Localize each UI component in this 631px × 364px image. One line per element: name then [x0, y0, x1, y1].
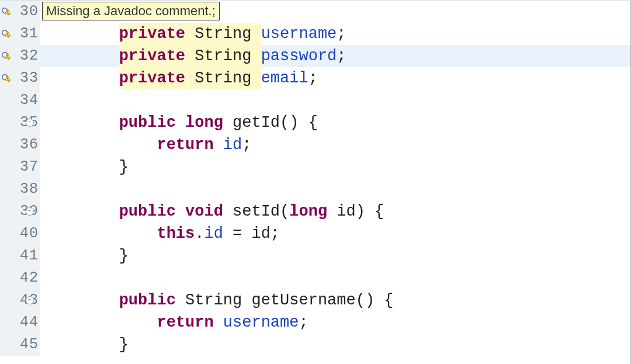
- gutter[interactable]: 37: [0, 156, 40, 178]
- gutter[interactable]: 33: [0, 67, 40, 89]
- indent: [43, 45, 119, 67]
- token: String: [185, 70, 261, 87]
- gutter[interactable]: 30: [0, 1, 40, 23]
- svg-rect-11: [8, 57, 8, 58]
- gutter[interactable]: 44: [0, 311, 40, 334]
- gutter[interactable]: −43: [0, 289, 40, 311]
- fold-toggle-icon[interactable]: −: [26, 119, 34, 127]
- indent: [43, 289, 119, 311]
- indent: [43, 112, 119, 134]
- code-editor[interactable]: Missing a Javadoc comment.; 30 private l…: [0, 0, 631, 364]
- code-line[interactable]: 31 private String username;: [0, 23, 630, 45]
- indent: [43, 223, 157, 245]
- warning-marker-icon[interactable]: [1, 74, 11, 83]
- token: id) {: [327, 200, 384, 223]
- token: .: [195, 223, 204, 245]
- code-line[interactable]: 32 private String password;: [0, 45, 630, 67]
- code-content[interactable]: }: [40, 334, 630, 356]
- indent: [43, 334, 119, 356]
- code-content[interactable]: private String username;: [40, 23, 630, 45]
- line-number: 41: [20, 245, 39, 267]
- token: ;: [299, 311, 308, 334]
- gutter[interactable]: 36: [0, 134, 40, 156]
- gutter[interactable]: 38: [0, 178, 40, 200]
- code-content[interactable]: public long getId() {: [40, 112, 630, 134]
- code-content[interactable]: }: [40, 245, 630, 267]
- code-line[interactable]: −43 public String getUsername() {: [0, 289, 630, 311]
- gutter[interactable]: 45: [0, 334, 40, 356]
- code-line[interactable]: 44 return username;: [0, 311, 630, 334]
- token: long: [185, 112, 223, 134]
- code-content[interactable]: [40, 178, 630, 200]
- tooltip-trailing-text: ;: [212, 4, 216, 18]
- token: ;: [337, 23, 346, 45]
- code-line[interactable]: 33 private String email;: [0, 67, 630, 89]
- code-line[interactable]: −39 public void setId(long id) {: [0, 200, 630, 223]
- code-content[interactable]: this.id = id;: [40, 223, 630, 245]
- gutter[interactable]: −39: [0, 200, 40, 223]
- token: this: [157, 223, 195, 245]
- code-line[interactable]: 38: [0, 178, 630, 200]
- gutter[interactable]: 42: [0, 267, 40, 289]
- gutter[interactable]: 34: [0, 89, 40, 112]
- line-number: 34: [20, 89, 39, 112]
- code-content[interactable]: [40, 267, 630, 289]
- token: private: [119, 70, 185, 87]
- token: id: [204, 223, 223, 245]
- token: long: [289, 200, 327, 223]
- gutter[interactable]: 32: [0, 45, 40, 67]
- code-content[interactable]: public void setId(long id) {: [40, 200, 630, 223]
- gutter[interactable]: −35: [0, 112, 40, 134]
- code-line[interactable]: 36 return id;: [0, 134, 630, 156]
- svg-rect-14: [8, 77, 8, 79]
- code-line[interactable]: 45 }: [0, 334, 630, 356]
- svg-rect-15: [8, 79, 8, 80]
- token: ;: [242, 134, 251, 156]
- token: private String: [119, 23, 261, 45]
- code-line[interactable]: 34: [0, 89, 630, 112]
- svg-rect-2: [8, 11, 8, 12]
- token: [176, 112, 185, 134]
- token: String: [185, 25, 261, 43]
- token: email: [261, 67, 308, 89]
- fold-toggle-icon[interactable]: −: [26, 296, 34, 304]
- indent: [43, 245, 119, 267]
- token: String: [185, 47, 261, 65]
- token: [214, 134, 223, 156]
- code-content[interactable]: }: [40, 156, 630, 178]
- token: ;: [308, 67, 318, 89]
- token: return: [157, 311, 213, 334]
- code-content[interactable]: [40, 89, 630, 112]
- warning-marker-icon[interactable]: [1, 29, 11, 39]
- code-lines: 30 private long id; 31 private String us…: [0, 1, 630, 356]
- line-number: 33: [20, 67, 39, 89]
- fold-toggle-icon[interactable]: −: [26, 207, 34, 216]
- warning-marker-icon[interactable]: [1, 7, 11, 16]
- indent: [43, 67, 119, 89]
- gutter[interactable]: 41: [0, 245, 40, 267]
- token: id: [223, 134, 242, 156]
- code-content[interactable]: return id;: [40, 134, 630, 156]
- line-number: 32: [20, 45, 39, 67]
- token: setId(: [223, 200, 289, 223]
- gutter[interactable]: 31: [0, 23, 40, 45]
- svg-rect-6: [8, 33, 8, 34]
- gutter[interactable]: 40: [0, 223, 40, 245]
- code-line[interactable]: 41 }: [0, 245, 630, 267]
- line-number: 42: [20, 267, 39, 289]
- line-number: 37: [20, 156, 39, 178]
- line-number: 30: [20, 1, 39, 23]
- warning-marker-icon[interactable]: [1, 51, 11, 61]
- indent: [43, 134, 157, 156]
- code-line[interactable]: 40 this.id = id;: [0, 223, 630, 245]
- code-line[interactable]: 37 }: [0, 156, 630, 178]
- code-content[interactable]: private String password;: [40, 45, 630, 67]
- token: public: [119, 112, 176, 134]
- token: String getUsername() {: [176, 289, 394, 311]
- code-line[interactable]: −35 public long getId() {: [0, 112, 630, 134]
- code-content[interactable]: public String getUsername() {: [40, 289, 630, 311]
- code-content[interactable]: return username;: [40, 311, 630, 334]
- code-line[interactable]: 42: [0, 267, 630, 289]
- code-content[interactable]: private String email;: [40, 67, 630, 89]
- token: private String: [119, 67, 261, 89]
